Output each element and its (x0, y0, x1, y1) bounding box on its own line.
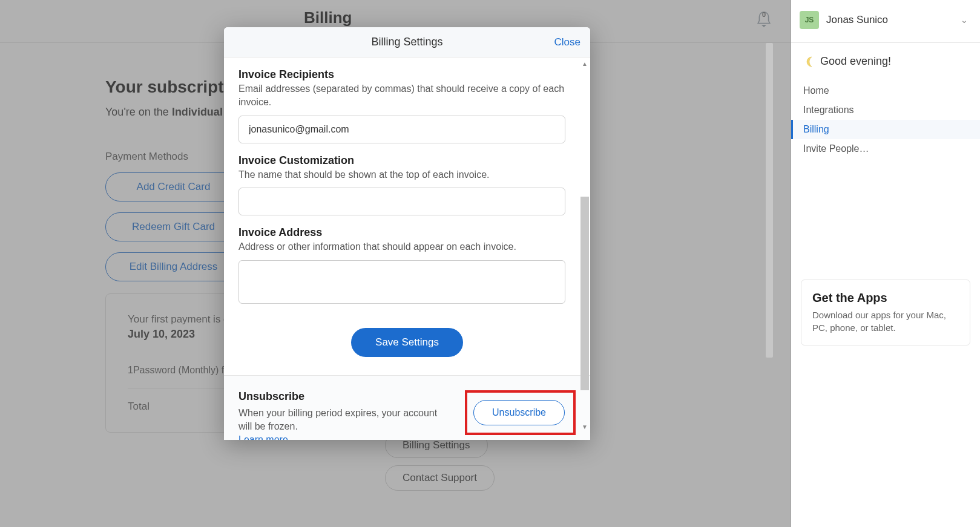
save-settings-button[interactable]: Save Settings (351, 328, 463, 357)
sidebar-item-billing[interactable]: Billing (791, 120, 980, 139)
modal-body: Invoice Recipients Email addresses (sepa… (224, 57, 590, 440)
address-input[interactable] (238, 260, 565, 304)
scroll-up-icon[interactable]: ▲ (580, 61, 589, 67)
unsubscribe-highlight: Unsubscribe (465, 390, 576, 435)
customization-label: Invoice Customization (238, 154, 576, 167)
page-scrollbar[interactable] (766, 43, 773, 527)
close-button[interactable]: Close (554, 36, 580, 48)
recipients-help: Email addresses (separated by commas) th… (238, 82, 576, 110)
modal-header: Billing Settings Close (224, 27, 590, 57)
customization-help: The name that should be shown at the top… (238, 168, 576, 182)
sidebar-item-home[interactable]: Home (791, 81, 980, 100)
customization-input[interactable] (238, 188, 565, 215)
separator (791, 42, 980, 43)
apps-desc: Download our apps for your Mac, PC, phon… (812, 309, 959, 334)
greeting: Good evening! (791, 55, 980, 81)
recipients-input[interactable] (238, 116, 565, 143)
scrollbar-thumb[interactable] (766, 43, 773, 358)
address-label: Invoice Address (238, 226, 576, 239)
chevron-down-icon: ⌄ (961, 15, 968, 25)
moon-icon (803, 56, 815, 68)
modal-title: Billing Settings (371, 36, 442, 48)
recipients-label: Invoice Recipients (238, 68, 576, 81)
apps-title: Get the Apps (812, 291, 959, 305)
billing-settings-modal: Billing Settings Close Invoice Recipient… (224, 27, 590, 440)
scroll-down-icon[interactable]: ▼ (580, 424, 589, 430)
address-help: Address or other information that should… (238, 240, 576, 254)
right-sidebar: JS Jonas Sunico ⌄ Good evening! Home Int… (791, 0, 980, 527)
unsubscribe-title: Unsubscribe (238, 390, 453, 403)
user-menu[interactable]: JS Jonas Sunico ⌄ (791, 11, 980, 42)
sidebar-item-integrations[interactable]: Integrations (791, 100, 980, 120)
avatar: JS (800, 11, 819, 29)
user-name: Jonas Sunico (826, 14, 953, 26)
sidebar-item-invite[interactable]: Invite People… (791, 139, 980, 159)
unsubscribe-text: When your billing period expires, your a… (238, 407, 453, 440)
modal-scrollbar[interactable]: ▲ ▼ (580, 61, 589, 430)
unsubscribe-button[interactable]: Unsubscribe (473, 400, 565, 425)
modal-scrollbar-thumb[interactable] (580, 197, 589, 390)
unsubscribe-section: Unsubscribe When your billing period exp… (224, 375, 590, 440)
get-apps-card: Get the Apps Download our apps for your … (801, 280, 970, 345)
learn-more-link[interactable]: Learn more… (238, 434, 298, 440)
